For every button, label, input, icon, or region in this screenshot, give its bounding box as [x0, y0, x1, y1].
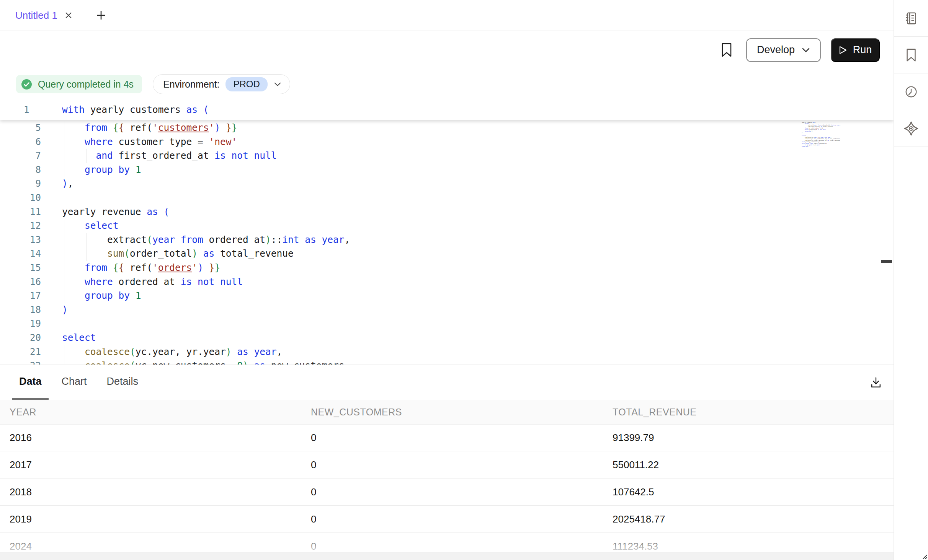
code-line[interactable]: 7 and first_ordered_at is not null: [0, 149, 350, 163]
code-line[interactable]: 5 from {{ ref('customers') }}: [0, 121, 350, 135]
code-editor[interactable]: 5 from {{ ref('customers') }}6 where cus…: [0, 99, 894, 365]
history-icon: [904, 85, 918, 99]
table-cell: 550011.22: [603, 459, 894, 471]
sidebar-item-explore[interactable]: [894, 110, 928, 147]
sidebar-item-bookmarks[interactable]: [894, 37, 928, 73]
table-cell: 0: [301, 486, 603, 498]
code-text: where ordered_at is not null: [41, 275, 243, 289]
close-icon[interactable]: [64, 11, 73, 20]
table-row[interactable]: 201902025418.77: [0, 506, 894, 533]
table-row[interactable]: 2016091399.79: [0, 424, 894, 451]
code-text: group by 1: [41, 163, 141, 177]
code-text: group by 1: [41, 289, 141, 303]
code-line[interactable]: 16 where ordered_at is not null: [0, 275, 350, 289]
sidebar-item-notebook[interactable]: [894, 0, 928, 37]
line-number: 6: [0, 135, 41, 149]
code-text: ),: [41, 177, 74, 191]
table-body: 2016091399.7920170550011.2220180107642.5…: [0, 424, 894, 560]
table-cell: 2025418.77: [603, 513, 894, 525]
table-cell: 111234.53: [603, 540, 894, 552]
table-header: YEARNEW_CUSTOMERSTOTAL_REVENUE: [0, 400, 894, 425]
table-cell: 0: [301, 513, 603, 525]
status-row: Query completed in 4s Environment: PROD: [0, 69, 894, 99]
develop-dropdown[interactable]: Develop: [746, 38, 821, 62]
line-number: 5: [0, 121, 41, 135]
code-line[interactable]: 13 extract(year from ordered_at)::int as…: [0, 233, 350, 247]
code-text: sum(order_total) as total_revenue: [41, 247, 294, 261]
line-number: 10: [0, 191, 41, 205]
table-row[interactable]: 20170550011.22: [0, 451, 894, 479]
results-tab-chart[interactable]: Chart: [55, 365, 94, 400]
environment-label: Environment:: [163, 79, 219, 90]
code-line[interactable]: 9),: [0, 177, 350, 191]
line-number: 22: [0, 359, 41, 365]
main-area: Untitled 1 Develop R: [0, 0, 894, 560]
play-icon: [839, 46, 847, 55]
line-number: 21: [0, 345, 41, 359]
code-line[interactable]: 6 where customer_type = 'new': [0, 135, 350, 149]
code-line[interactable]: 12 select: [0, 219, 350, 233]
code-line[interactable]: 8 group by 1: [0, 163, 350, 177]
code-line[interactable]: 22 coalesce(yc.new_customers, 0) as new_…: [0, 359, 350, 365]
code-text: from {{ ref('orders') }}: [41, 261, 220, 275]
right-sidebar: [894, 0, 928, 560]
line-number: 18: [0, 303, 41, 317]
ide-window: Untitled 1 Develop R: [0, 0, 928, 560]
explore-icon: [903, 121, 919, 136]
column-header[interactable]: NEW_CUSTOMERS: [301, 407, 603, 418]
line-number: 20: [0, 331, 41, 345]
line-number: 16: [0, 275, 41, 289]
table-cell: 0: [301, 432, 603, 444]
code-line[interactable]: 19: [0, 317, 350, 331]
bookmark-button[interactable]: [721, 42, 732, 58]
code-text: from {{ ref('customers') }}: [41, 121, 237, 135]
resize-grip[interactable]: [921, 553, 927, 559]
column-header[interactable]: TOTAL_REVENUE: [603, 407, 894, 418]
code-line[interactable]: 10: [0, 191, 350, 205]
toolbar: Develop Run: [0, 31, 894, 69]
horizontal-scrollbar[interactable]: [0, 552, 894, 560]
results-panel: DataChartDetails YEARNEW_CUSTOMERSTOTAL_…: [0, 365, 894, 560]
code-line[interactable]: 18): [0, 303, 350, 317]
bookmark-icon: [905, 48, 918, 62]
results-tab-details[interactable]: Details: [100, 365, 145, 400]
code-text: yearly_revenue as (: [41, 205, 169, 219]
editor-scrollbar-thumb[interactable]: [881, 260, 892, 263]
results-tab-data[interactable]: Data: [12, 365, 49, 400]
download-button[interactable]: [869, 376, 883, 389]
line-number: 11: [0, 205, 41, 219]
code-line[interactable]: 15 from {{ ref('orders') }}: [0, 261, 350, 275]
code-text: [41, 191, 62, 205]
table-row[interactable]: 20180107642.5: [0, 479, 894, 506]
results-tab-bar: DataChartDetails: [0, 365, 894, 400]
table-cell: 2019: [0, 513, 301, 525]
line-number: 19: [0, 317, 41, 331]
environment-selector[interactable]: Environment: PROD: [153, 74, 290, 94]
code-text: ): [41, 303, 68, 317]
line-number: 15: [0, 261, 41, 275]
new-tab-button[interactable]: [89, 0, 113, 31]
sidebar-item-history[interactable]: [894, 73, 928, 110]
line-number: 14: [0, 247, 41, 261]
plus-icon: [96, 10, 106, 21]
code-line[interactable]: 11yearly_revenue as (: [0, 205, 350, 219]
tab-untitled-1[interactable]: Untitled 1: [0, 0, 84, 31]
line-number: 7: [0, 149, 41, 163]
notebook-icon: [904, 11, 918, 26]
column-header[interactable]: YEAR: [0, 407, 301, 418]
download-icon: [869, 376, 883, 389]
query-status-text: Query completed in 4s: [38, 79, 134, 90]
code-line[interactable]: 21 coalesce(yc.year, yr.year) as year,: [0, 345, 350, 359]
code-line[interactable]: 17 group by 1: [0, 289, 350, 303]
table-cell: 2018: [0, 486, 301, 498]
line-number: 1: [0, 103, 41, 117]
run-button[interactable]: Run: [831, 38, 880, 62]
code-line[interactable]: 20select: [0, 331, 350, 345]
chevron-down-icon: [274, 82, 281, 87]
code-line[interactable]: 1with yearly_customers as (: [0, 103, 209, 117]
code-text: extract(year from ordered_at)::int as ye…: [41, 233, 350, 247]
code-line[interactable]: 14 sum(order_total) as total_revenue: [0, 247, 350, 261]
environment-value-chip: PROD: [225, 77, 267, 91]
tab-label: Untitled 1: [15, 10, 57, 21]
code-lines: 5 from {{ ref('customers') }}6 where cus…: [0, 121, 350, 365]
